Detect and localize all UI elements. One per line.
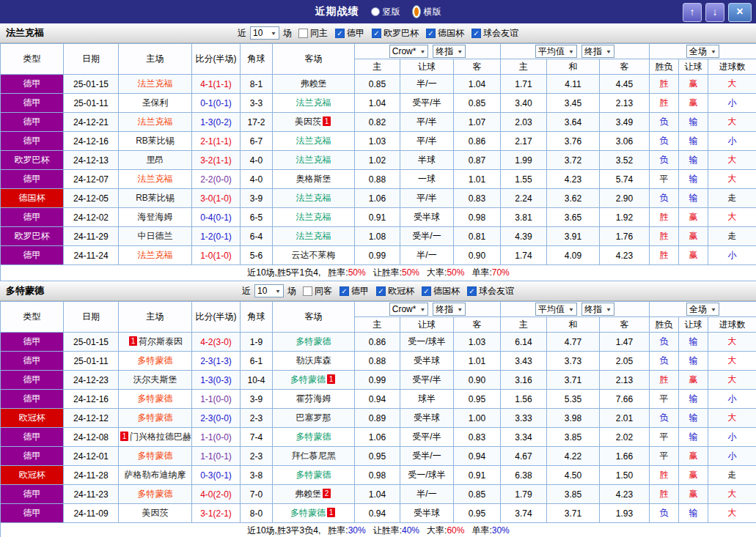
filter-checkbox[interactable]: 同主 [298, 27, 328, 40]
score-link[interactable]: 0-4(0-1) [200, 212, 232, 223]
scroll-down-button[interactable]: ↓ [705, 3, 724, 22]
away-team-link[interactable]: 多特蒙德 [290, 374, 326, 385]
score-link[interactable]: 1-1(0-0) [200, 432, 232, 442]
checkbox-icon[interactable] [471, 29, 481, 38]
match-count-select[interactable]: 10 ▼ [250, 26, 279, 40]
home-team-link[interactable]: 多特蒙德 [138, 393, 173, 404]
filter-checkbox[interactable]: 德甲 [335, 27, 364, 40]
away-team-link[interactable]: 美因茨 [295, 116, 321, 127]
score-link[interactable]: 1-3(0-2) [200, 117, 232, 127]
radio-vertical-layout[interactable]: 竖版 [371, 6, 400, 18]
away-team-link[interactable]: 多特蒙德 [296, 470, 331, 480]
away-team-link[interactable]: 弗赖堡 [301, 78, 327, 89]
checkbox-icon[interactable] [467, 286, 477, 296]
radio-dot-0[interactable] [371, 7, 380, 16]
score-link[interactable]: 1-1(0-1) [200, 451, 232, 462]
away-team-link[interactable]: 勒沃库森 [296, 355, 331, 366]
score-link[interactable]: 4-1(1-1) [200, 79, 232, 89]
home-team-link[interactable]: 法兰克福 [138, 250, 173, 260]
score-link[interactable]: 3-1(2-1) [200, 508, 232, 519]
scroll-up-button[interactable]: ↑ [683, 3, 702, 22]
home-team-link[interactable]: 多特蒙德 [138, 412, 173, 423]
home-team-link[interactable]: RB莱比锡 [136, 136, 175, 146]
away-team-link[interactable]: 云达不莱梅 [292, 250, 336, 260]
score-link[interactable]: 2-2(0-0) [200, 174, 232, 185]
home-team-link[interactable]: 多特蒙德 [138, 451, 173, 461]
bookmaker-select[interactable]: Crow*▼ [389, 45, 429, 58]
filter-checkbox[interactable]: 欧罗巴杯 [372, 27, 419, 40]
checkbox-icon[interactable] [376, 286, 386, 296]
score-link[interactable]: 4-2(3-0) [200, 337, 232, 347]
score-link[interactable]: 0-3(0-1) [200, 470, 232, 481]
checkbox-icon[interactable] [422, 286, 431, 296]
away-team-link[interactable]: 法兰克福 [296, 231, 331, 241]
filter-checkbox[interactable]: 球会友谊 [471, 27, 518, 40]
home-team-link[interactable]: 多特蒙德 [138, 355, 173, 366]
home-team-link[interactable]: 法兰克福 [138, 116, 173, 127]
home-team-link[interactable]: 沃尔夫斯堡 [133, 374, 177, 385]
home-team-link[interactable]: 里昂 [147, 155, 164, 165]
home-team-link[interactable]: 法兰克福 [138, 174, 173, 184]
filter-checkbox[interactable]: 德甲 [340, 285, 369, 297]
checkbox-icon[interactable] [303, 286, 312, 296]
average-select[interactable]: 平均值▼ [535, 45, 577, 58]
away-team-link[interactable]: 巴塞罗那 [296, 412, 331, 423]
checkbox-icon[interactable] [340, 286, 349, 296]
match-count-select[interactable]: 10 ▼ [254, 284, 284, 297]
away-team-link[interactable]: 多特蒙德 [296, 336, 331, 347]
away-team-link[interactable]: 弗赖堡 [295, 489, 321, 499]
away-team-link[interactable]: 法兰克福 [296, 155, 331, 165]
filter-checkbox[interactable]: 球会友谊 [467, 285, 514, 297]
home-team-link[interactable]: 法兰克福 [138, 78, 173, 89]
final-odds-select[interactable]: 终指▼ [433, 303, 466, 316]
away-team-link[interactable]: 法兰克福 [296, 136, 331, 146]
filter-checkbox[interactable]: 欧冠杯 [376, 285, 414, 297]
score-link[interactable]: 1-1(0-0) [200, 394, 232, 404]
score-link[interactable]: 1-0(1-0) [200, 251, 232, 261]
home-team-link[interactable]: 中日德兰 [138, 231, 173, 241]
home-team-link[interactable]: 海登海姆 [138, 212, 173, 222]
checkbox-icon[interactable] [335, 29, 345, 38]
score-link[interactable]: 1-2(0-1) [200, 232, 232, 242]
odds-home-cell: 1.02 [355, 151, 400, 170]
score-link[interactable]: 2-3(1-3) [200, 356, 232, 366]
home-team-link[interactable]: 门兴格拉德巴赫 [130, 432, 191, 442]
final-odds-select[interactable]: 终指▼ [433, 45, 466, 58]
score-link[interactable]: 2-3(0-0) [200, 413, 232, 423]
score-link[interactable]: 2-1(1-1) [200, 136, 232, 147]
away-team-link[interactable]: 法兰克福 [296, 97, 331, 108]
home-team-link[interactable]: 圣保利 [142, 97, 169, 108]
home-team-link[interactable]: RB莱比锡 [136, 193, 175, 203]
home-team-link[interactable]: 荷尔斯泰因 [139, 336, 183, 347]
away-team-link[interactable]: 多特蒙德 [290, 508, 326, 518]
away-team-link[interactable]: 霍芬海姆 [296, 393, 331, 404]
scope-select[interactable]: 全场▼ [686, 303, 719, 316]
score-link[interactable]: 1-3(0-3) [200, 375, 232, 385]
away-team-link[interactable]: 奥格斯堡 [296, 174, 331, 184]
checkbox-icon[interactable] [372, 29, 381, 38]
score-link[interactable]: 3-0(1-0) [200, 193, 232, 204]
close-button[interactable]: × [728, 3, 752, 22]
home-team-link[interactable]: 美因茨 [142, 508, 169, 518]
away-team-link[interactable]: 多特蒙德 [296, 432, 331, 442]
away-team-link[interactable]: 法兰克福 [296, 212, 331, 222]
away-team-link[interactable]: 法兰克福 [296, 193, 331, 203]
final-odds-select-2[interactable]: 终指▼ [581, 303, 614, 316]
checkbox-icon[interactable] [426, 29, 436, 38]
home-team-link[interactable]: 萨格勒布迪纳摩 [125, 470, 186, 480]
filter-checkbox[interactable]: 同客 [303, 285, 332, 297]
filter-checkbox[interactable]: 德国杯 [422, 285, 460, 297]
average-select[interactable]: 平均值▼ [535, 303, 577, 316]
bookmaker-select[interactable]: Crow*▼ [389, 303, 429, 316]
filter-checkbox[interactable]: 德国杯 [426, 27, 464, 40]
score-link[interactable]: 4-0(2-0) [200, 489, 232, 500]
away-team-link[interactable]: 拜仁慕尼黑 [292, 451, 336, 461]
score-link[interactable]: 3-2(1-1) [200, 155, 232, 166]
home-team-link[interactable]: 多特蒙德 [138, 489, 173, 499]
final-odds-select-2[interactable]: 终指▼ [581, 45, 614, 58]
score-link[interactable]: 0-1(0-1) [200, 98, 232, 108]
radio-horizontal-layout[interactable]: 横版 [412, 5, 441, 18]
checkbox-icon[interactable] [298, 29, 308, 38]
scope-select[interactable]: 全场▼ [686, 45, 719, 58]
radio-dot-1[interactable] [412, 5, 421, 18]
